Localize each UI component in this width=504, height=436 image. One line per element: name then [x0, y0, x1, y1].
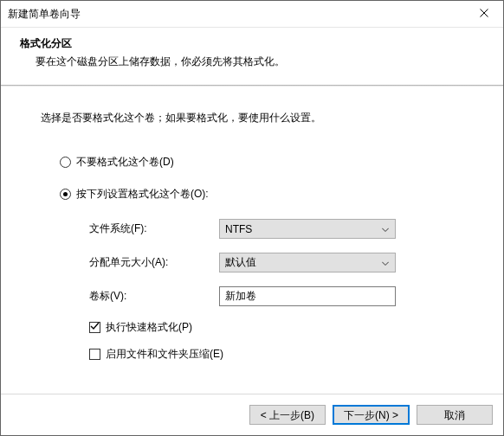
volume-label: 卷标(V): [89, 289, 219, 304]
back-button[interactable]: < 上一步(B) [249, 405, 326, 425]
checkbox-enable-compression[interactable]: 启用文件和文件夹压缩(E) [89, 347, 468, 362]
wizard-header: 格式化分区 要在这个磁盘分区上储存数据，你必须先将其格式化。 [1, 28, 503, 85]
chevron-down-icon [382, 228, 389, 232]
file-system-select[interactable]: NTFS [219, 219, 396, 239]
format-settings-group: 文件系统(F): NTFS 分配单元大小(A): 默认值 [89, 219, 468, 362]
radio-format-label: 按下列设置格式化这个卷(O): [76, 187, 209, 202]
header-subtitle: 要在这个磁盘分区上储存数据，你必须先将其格式化。 [20, 54, 503, 69]
quick-format-label: 执行快速格式化(P) [106, 320, 192, 335]
radio-no-format-label: 不要格式化这个卷(D) [76, 155, 174, 170]
next-button[interactable]: 下一步(N) > [333, 405, 410, 425]
allocation-value: 默认值 [225, 255, 256, 270]
row-volume-label: 卷标(V): [89, 286, 468, 306]
file-system-label: 文件系统(F): [89, 221, 219, 236]
wizard-footer: < 上一步(B) 下一步(N) > 取消 [1, 394, 503, 435]
checkbox-icon [89, 349, 100, 360]
wizard-window: 新建简单卷向导 格式化分区 要在这个磁盘分区上储存数据，你必须先将其格式化。 选… [0, 0, 504, 436]
allocation-label: 分配单元大小(A): [89, 255, 219, 270]
wizard-body: 选择是否要格式化这个卷；如果要格式化，要使用什么设置。 不要格式化这个卷(D) … [1, 87, 503, 394]
checkbox-icon [89, 322, 100, 333]
checkbox-quick-format[interactable]: 执行快速格式化(P) [89, 320, 468, 335]
window-title: 新建简单卷向导 [8, 1, 81, 27]
row-file-system: 文件系统(F): NTFS [89, 219, 468, 239]
radio-icon [60, 157, 71, 168]
enable-compression-label: 启用文件和文件夹压缩(E) [106, 347, 223, 362]
row-allocation-size: 分配单元大小(A): 默认值 [89, 253, 468, 272]
close-icon [480, 8, 488, 20]
chevron-down-icon [382, 261, 389, 266]
radio-format[interactable]: 按下列设置格式化这个卷(O): [60, 187, 468, 202]
file-system-value: NTFS [225, 223, 252, 235]
volume-label-input[interactable] [219, 286, 396, 306]
radio-no-format[interactable]: 不要格式化这个卷(D) [60, 155, 468, 170]
cancel-button[interactable]: 取消 [417, 405, 493, 425]
allocation-select[interactable]: 默认值 [219, 253, 396, 272]
close-button[interactable] [464, 1, 503, 27]
instruction-text: 选择是否要格式化这个卷；如果要格式化，要使用什么设置。 [41, 111, 468, 125]
titlebar: 新建简单卷向导 [1, 1, 503, 28]
radio-icon [60, 189, 71, 200]
header-title: 格式化分区 [20, 36, 503, 51]
